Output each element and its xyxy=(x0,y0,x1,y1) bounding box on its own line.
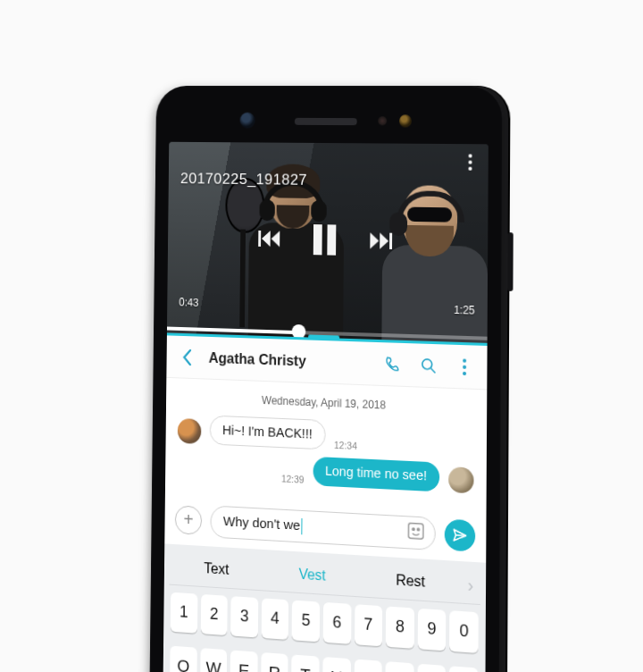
chat-more-menu-icon[interactable] xyxy=(451,352,478,381)
svg-point-4 xyxy=(463,365,466,368)
svg-point-8 xyxy=(417,528,419,531)
key-letter[interactable]: T xyxy=(291,654,319,672)
power-button[interactable] xyxy=(507,232,513,291)
compose-input[interactable]: Why don't we xyxy=(210,505,435,550)
proximity-sensor xyxy=(378,116,387,125)
svg-point-3 xyxy=(463,358,466,362)
key-letter[interactable]: I xyxy=(385,661,413,672)
contact-name[interactable]: Agatha Christy xyxy=(209,349,306,369)
avatar[interactable] xyxy=(448,466,473,493)
send-button[interactable] xyxy=(445,518,476,551)
keyboard: Text Vest Rest › 1234567890 QWERTYUIOP xyxy=(163,543,486,672)
search-icon[interactable] xyxy=(415,351,442,380)
key-letter[interactable]: P xyxy=(449,666,478,672)
date-separator: Wednesday, April 19, 2018 xyxy=(178,391,474,415)
message-time: 12:39 xyxy=(281,473,305,484)
key-number[interactable]: 5 xyxy=(292,600,320,642)
message-bubble[interactable]: Hi~! I'm BACK!!! xyxy=(210,416,326,450)
key-letter[interactable]: U xyxy=(354,659,382,672)
suggestion-selected[interactable]: Vest xyxy=(264,564,362,586)
front-camera xyxy=(240,113,255,129)
call-icon[interactable] xyxy=(380,350,406,379)
key-number[interactable]: 8 xyxy=(386,606,414,648)
elapsed-time: 0:43 xyxy=(179,296,198,308)
avatar[interactable] xyxy=(178,418,202,444)
seek-thumb[interactable] xyxy=(291,324,305,340)
key-letter[interactable]: E xyxy=(230,650,258,672)
suggestion[interactable]: Text xyxy=(170,559,264,581)
message-list[interactable]: Wednesday, April 19, 2018 Hi~! I'm BACK!… xyxy=(165,378,487,513)
video-title: 20170225_191827 xyxy=(180,170,307,189)
key-letter[interactable]: O xyxy=(417,663,446,672)
sticker-icon[interactable] xyxy=(406,520,426,545)
key-number[interactable]: 3 xyxy=(230,596,258,637)
text-caret xyxy=(301,518,303,534)
svg-point-5 xyxy=(463,371,466,374)
message-bubble[interactable]: Long time no see! xyxy=(313,457,439,491)
front-flash xyxy=(399,114,412,127)
phone-mockup: 20170225_191827 0:43 1:25 xyxy=(147,86,503,672)
compose-text: Why don't we xyxy=(223,513,300,533)
key-number[interactable]: 2 xyxy=(200,594,228,635)
singer-figure xyxy=(245,169,341,346)
message-time: 12:34 xyxy=(334,440,357,451)
svg-rect-0 xyxy=(258,231,261,247)
key-number[interactable]: 6 xyxy=(323,602,351,644)
screen: 20170225_191827 0:43 1:25 xyxy=(161,142,488,672)
key-letter[interactable]: W xyxy=(200,648,228,672)
svg-point-2 xyxy=(422,358,432,368)
suggestion-expand-icon[interactable]: › xyxy=(461,574,480,596)
split-screen-handle[interactable] xyxy=(308,334,339,339)
message-row-outgoing: 12:39 Long time no see! xyxy=(177,450,473,493)
next-track-icon[interactable] xyxy=(368,228,393,254)
prev-track-icon[interactable] xyxy=(257,226,281,251)
svg-rect-1 xyxy=(389,233,392,249)
back-icon[interactable] xyxy=(175,343,201,371)
key-number[interactable]: 1 xyxy=(171,592,197,633)
video-player[interactable]: 20170225_191827 0:43 1:25 xyxy=(167,142,489,346)
key-number[interactable]: 0 xyxy=(449,610,478,653)
producer-figure xyxy=(376,185,484,346)
key-number[interactable]: 4 xyxy=(261,598,288,640)
video-more-menu-icon[interactable] xyxy=(461,151,479,173)
svg-rect-6 xyxy=(408,523,423,539)
svg-point-7 xyxy=(413,528,414,531)
message-row-incoming: Hi~! I'm BACK!!! 12:34 xyxy=(178,414,474,457)
pause-icon[interactable] xyxy=(313,227,337,253)
suggestion[interactable]: Rest xyxy=(361,570,460,592)
key-number[interactable]: 9 xyxy=(418,609,447,651)
earpiece-speaker xyxy=(295,118,357,125)
key-letter[interactable]: R xyxy=(261,652,288,672)
key-number[interactable]: 7 xyxy=(355,604,383,646)
key-letter[interactable]: Q xyxy=(170,645,196,672)
total-time: 1:25 xyxy=(454,304,475,317)
attach-button[interactable]: + xyxy=(175,505,203,535)
key-letter[interactable]: Y xyxy=(322,657,350,672)
